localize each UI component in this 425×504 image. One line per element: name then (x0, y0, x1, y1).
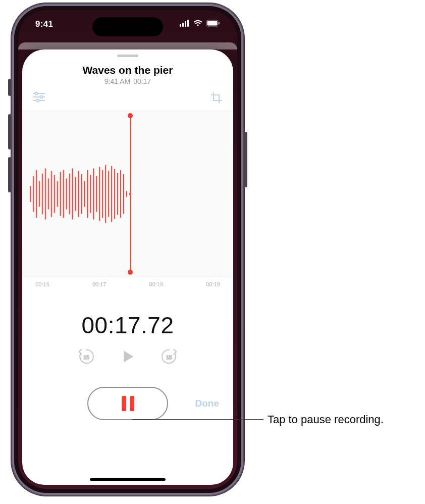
callout-leader-line (132, 419, 263, 420)
done-button[interactable]: Done (195, 398, 220, 409)
tick-label: 00:17 (89, 281, 110, 287)
sheet-grab-handle[interactable] (117, 55, 138, 57)
trim-crop-icon[interactable] (210, 91, 223, 107)
transport-controls: 15 15 (22, 347, 233, 366)
playhead-indicator[interactable] (130, 115, 131, 273)
timeline-ticks: 00:16 00:17 00:18 00:19 (22, 277, 233, 287)
svg-rect-0 (180, 24, 181, 27)
waveform-visual (22, 111, 233, 277)
svg-text:15: 15 (83, 354, 89, 360)
iphone-device-frame: 9:41 Waves on the pier 9:41 AM00:17 (11, 3, 244, 496)
volume-up-hw-button (8, 114, 11, 149)
skip-forward-15-button[interactable]: 15 (160, 347, 179, 366)
svg-rect-2 (185, 21, 186, 27)
dynamic-island (92, 17, 163, 36)
svg-point-8 (35, 92, 38, 95)
svg-rect-5 (207, 21, 218, 26)
skip-back-15-button[interactable]: 15 (77, 347, 96, 366)
svg-text:15: 15 (166, 354, 172, 360)
pause-recording-button[interactable] (87, 387, 168, 420)
cellular-icon (180, 19, 190, 29)
silence-switch (8, 79, 11, 96)
recording-subtitle: 9:41 AM00:17 (22, 77, 233, 85)
power-hw-button (244, 132, 247, 187)
battery-icon (206, 19, 220, 29)
volume-down-hw-button (8, 157, 11, 192)
tick-label: 00:19 (203, 281, 223, 287)
wifi-icon (193, 19, 203, 29)
pause-icon (122, 396, 134, 411)
callout-text: Tap to pause recording. (268, 413, 384, 426)
svg-point-12 (37, 99, 39, 102)
waveform-area[interactable] (22, 111, 233, 277)
svg-rect-3 (187, 20, 189, 27)
statusbar-time: 9:41 (35, 19, 53, 29)
recording-title: Waves on the pier (22, 64, 233, 76)
svg-rect-1 (182, 23, 184, 27)
screen: 9:41 Waves on the pier 9:41 AM00:17 (18, 10, 237, 489)
settings-sliders-icon[interactable] (32, 91, 45, 107)
play-button[interactable] (118, 347, 137, 366)
elapsed-time-display: 00:17.72 (22, 312, 233, 339)
sheet-behind-hint (18, 42, 237, 49)
svg-point-10 (40, 96, 43, 98)
tick-label: 00:16 (32, 281, 52, 287)
recording-duration-label: 00:17 (133, 77, 151, 85)
recording-time-label: 9:41 AM (104, 77, 130, 85)
svg-rect-6 (219, 22, 220, 25)
home-indicator[interactable] (90, 478, 166, 481)
tick-label: 00:18 (146, 281, 166, 287)
